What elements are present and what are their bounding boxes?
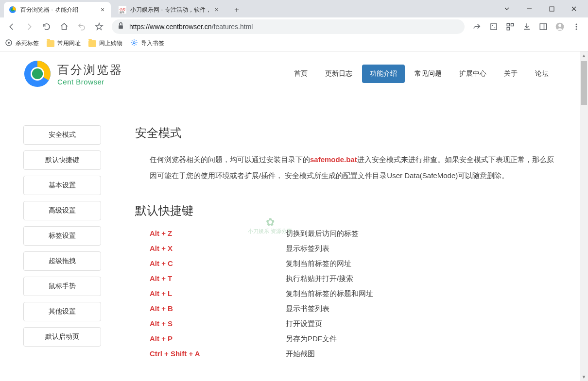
shortcut-key: Alt + B — [150, 304, 286, 314]
shortcut-row: Alt + L复制当前标签的标题和网址 — [150, 289, 556, 298]
svg-rect-13 — [507, 23, 509, 26]
shortcut-desc: 另存为PDF文件 — [286, 334, 337, 344]
nav-item[interactable]: 扩展中心 — [451, 65, 494, 83]
chevron-down-icon[interactable] — [496, 1, 518, 16]
shortcut-desc: 打开设置页 — [286, 319, 322, 329]
nav-item[interactable]: 首页 — [286, 65, 315, 83]
folder-icon — [47, 40, 54, 47]
nav-item[interactable]: 论坛 — [527, 65, 556, 83]
shortcut-desc: 开始截图 — [286, 349, 315, 359]
site-name-cn: 百分浏览器 — [57, 62, 123, 78]
random-icon[interactable] — [486, 19, 502, 34]
svg-point-12 — [494, 27, 495, 28]
minimize-button[interactable] — [518, 1, 540, 16]
close-icon[interactable]: × — [213, 6, 220, 13]
tab-title: 百分浏览器 - 功能介绍 — [20, 6, 97, 14]
main-content: 安全模式 任何浏览器相关的问题，均可以通过安装目录下的safemode.bat进… — [135, 125, 556, 364]
close-window-button[interactable] — [563, 1, 585, 16]
svg-rect-15 — [507, 28, 509, 30]
svg-rect-16 — [540, 24, 547, 30]
nav-item[interactable]: 关于 — [496, 65, 525, 83]
qr-icon[interactable] — [502, 19, 518, 34]
share-icon[interactable] — [469, 19, 485, 34]
shortcut-desc: 执行粘贴并打开/搜索 — [286, 274, 353, 283]
sidebar-button[interactable]: 鼠标手势 — [23, 277, 101, 296]
scroll-up-icon[interactable]: ▲ — [580, 51, 588, 60]
shortcut-key: Alt + Z — [150, 229, 286, 238]
svg-point-22 — [576, 29, 577, 30]
sidebar-button[interactable]: 标签设置 — [23, 226, 101, 246]
site-logo[interactable]: 百分浏览器 Cent Browser — [23, 60, 123, 88]
close-icon[interactable]: × — [99, 6, 106, 13]
shortcut-desc: 显示标签列表 — [286, 244, 329, 253]
site-name-en: Cent Browser — [57, 78, 123, 86]
bookmark-folder[interactable]: 网上购物 — [88, 39, 122, 48]
reload-button[interactable] — [39, 19, 54, 34]
sidebar-button[interactable]: 安全模式 — [23, 125, 101, 145]
shortcuts-table: Alt + Z切换到最后访问的标签Alt + X显示标签列表Alt + C复制当… — [150, 229, 556, 359]
safemode-text: 任何浏览器相关的问题，均可以通过安装目录下的safemode.bat进入安全模式… — [150, 151, 556, 183]
sidebar-button[interactable]: 超级拖拽 — [23, 251, 101, 271]
shortcut-key: Alt + P — [150, 334, 286, 344]
shortcut-row: Alt + S打开设置页 — [150, 319, 556, 329]
section-title-shortcuts: 默认快捷键 — [135, 203, 556, 218]
favicon-icon — [9, 6, 17, 14]
bookmark-folder[interactable]: 常用网址 — [47, 39, 81, 48]
logo-icon — [23, 60, 52, 88]
nav-item[interactable]: 常见问题 — [407, 65, 450, 83]
svg-point-24 — [8, 42, 10, 44]
bookmark-item[interactable]: 导入书签 — [130, 39, 164, 48]
shortcut-row: Alt + X显示标签列表 — [150, 244, 556, 253]
shortcut-key: Alt + T — [150, 274, 286, 283]
shortcut-row: Alt + B显示书签列表 — [150, 304, 556, 314]
svg-rect-9 — [119, 25, 123, 29]
gear-icon — [130, 39, 138, 48]
toolbar: https://www.centbrowser.cn/features.html — [0, 17, 588, 36]
scrollbar-thumb[interactable] — [581, 61, 587, 105]
scrollbar-track[interactable]: ▲ ▼ — [580, 51, 588, 381]
svg-point-25 — [133, 42, 135, 44]
tab-title: 小刀娱乐网 - 专注活动，软件， — [130, 6, 211, 14]
bookmarks-bar: 杀死标签 常用网址 网上购物 导入书签 — [0, 36, 588, 51]
svg-rect-10 — [491, 24, 497, 30]
sidebar-button[interactable]: 默认快捷键 — [23, 150, 101, 170]
section-title-safemode: 安全模式 — [135, 125, 556, 141]
nav-item[interactable]: 更新日志 — [317, 65, 360, 83]
nav-item[interactable]: 功能介绍 — [362, 65, 405, 83]
profile-icon[interactable] — [552, 19, 568, 34]
address-bar[interactable]: https://www.centbrowser.cn/features.html — [112, 19, 465, 34]
undo-button[interactable] — [74, 19, 89, 34]
star-button[interactable] — [91, 19, 107, 34]
maximize-button[interactable] — [540, 1, 563, 16]
window-controls — [496, 0, 585, 17]
svg-rect-14 — [511, 23, 514, 26]
back-button[interactable] — [4, 19, 19, 34]
shortcut-key: Alt + C — [150, 259, 286, 268]
sidebar: 安全模式默认快捷键基本设置高级设置标签设置超级拖拽鼠标手势其他设置默认启动页 — [23, 125, 101, 364]
home-button[interactable] — [56, 19, 72, 34]
new-tab-button[interactable]: ＋ — [230, 3, 243, 17]
download-icon[interactable] — [519, 19, 535, 34]
scroll-down-icon[interactable]: ▼ — [580, 373, 588, 381]
sidebar-button[interactable]: 默认启动页 — [23, 327, 101, 347]
shortcut-desc: 显示书签列表 — [286, 304, 329, 314]
shortcut-key: Alt + S — [150, 319, 286, 329]
sidepanel-icon[interactable] — [536, 19, 551, 34]
target-icon — [5, 39, 13, 48]
svg-point-19 — [558, 24, 561, 27]
svg-text:娱乐: 娱乐 — [120, 11, 124, 14]
forward-button[interactable] — [21, 19, 37, 34]
favicon-icon: 小刀娱乐 — [119, 6, 126, 14]
browser-tab-active[interactable]: 百分浏览器 - 功能介绍 × — [4, 2, 111, 17]
sidebar-button[interactable]: 高级设置 — [23, 201, 101, 220]
page-viewport: 百分浏览器 Cent Browser 首页更新日志功能介绍常见问题扩展中心关于论… — [0, 51, 580, 381]
site-header: 百分浏览器 Cent Browser 首页更新日志功能介绍常见问题扩展中心关于论… — [0, 51, 580, 96]
shortcut-row: Ctrl + Shift + A开始截图 — [150, 349, 556, 359]
svg-text:小刀: 小刀 — [119, 7, 125, 11]
bookmark-item[interactable]: 杀死标签 — [5, 39, 39, 48]
menu-icon[interactable] — [569, 19, 584, 34]
browser-tab-inactive[interactable]: 小刀娱乐 小刀娱乐网 - 专注活动，软件， × — [114, 2, 225, 17]
sidebar-button[interactable]: 其他设置 — [23, 302, 101, 321]
shortcut-desc: 复制当前标签的标题和网址 — [286, 289, 373, 298]
sidebar-button[interactable]: 基本设置 — [23, 176, 101, 195]
